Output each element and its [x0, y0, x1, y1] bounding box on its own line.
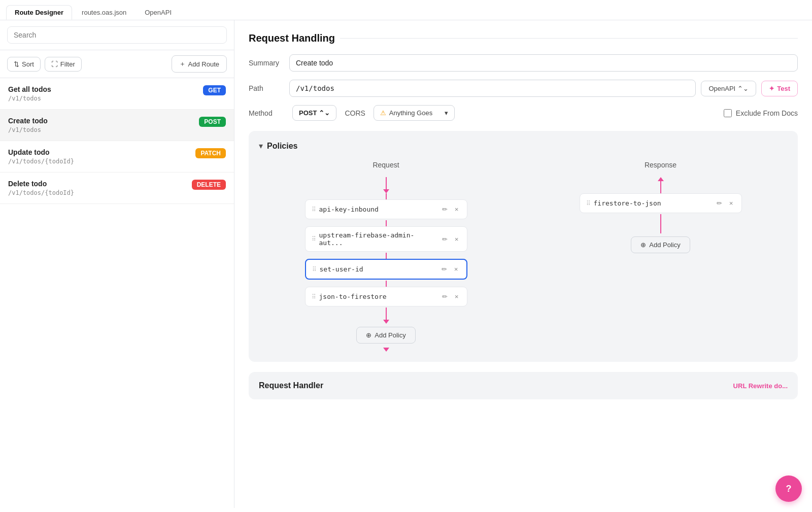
connector-line — [386, 220, 387, 226]
main-layout: ⇅ Sort ⛶ Filter ＋ Add Route Get all todo… — [0, 20, 812, 508]
tab-routes-oas[interactable]: routes.oas.json — [73, 5, 135, 20]
method-select[interactable]: POST ⌃⌄ — [292, 105, 336, 121]
cors-chevron-icon: ▾ — [445, 109, 448, 117]
response-arrow-top — [658, 177, 664, 181]
method-badge: DELETE — [192, 180, 226, 190]
right-panel: Request Handling Summary Path OpenAPI ⌃⌄… — [234, 20, 812, 508]
policy-remove-button[interactable]: × — [452, 264, 460, 274]
connector-line — [660, 214, 661, 221]
route-path: /v1/todos/{todoId} — [8, 189, 74, 196]
add-policy-plus-icon: ⊕ — [366, 331, 371, 339]
search-input[interactable] — [7, 26, 227, 44]
sort-label: Sort — [22, 60, 34, 68]
openapi-button[interactable]: OpenAPI ⌃⌄ — [701, 81, 756, 96]
response-col-title: Response — [645, 161, 676, 169]
exclude-docs-label: Exclude From Docs — [724, 109, 798, 117]
cors-warning-icon: ⚠ — [380, 109, 386, 117]
request-policies-list: ⠿ api-key-inbound ✏ × ⠿ upstream-firebas… — [305, 193, 467, 308]
tab-openapi[interactable]: OpenAPI — [136, 5, 180, 20]
route-item-2[interactable]: Update todo /v1/todos/{todoId} PATCH — [0, 141, 234, 173]
test-button[interactable]: ✦ Test — [761, 81, 798, 96]
add-request-policy-button[interactable]: ⊕ Add Policy — [356, 327, 415, 344]
policy-edit-button[interactable]: ✏ — [439, 264, 449, 274]
route-item-3[interactable]: Delete todo /v1/todos/{todoId} DELETE — [0, 173, 234, 204]
exclude-docs-checkbox[interactable] — [724, 109, 732, 117]
method-label: Method — [249, 109, 284, 117]
response-policies-list: ⠿ firestore-to-json ✏ × — [580, 193, 742, 221]
plus-icon: ＋ — [179, 59, 186, 69]
request-policy-col: Request ⠿ api-key-inbound ✏ × ⠿ upstream… — [259, 161, 513, 352]
route-path: /v1/todos — [8, 126, 48, 133]
method-badge: PATCH — [195, 148, 226, 158]
policies-section: ▾ Policies Request ⠿ api-key-inbound ✏ ×… — [249, 131, 798, 362]
floating-action-button[interactable]: ? — [775, 475, 802, 502]
response-policy-item-0: ⠿ firestore-to-json ✏ × — [580, 193, 742, 213]
policy-name: upstream-firebase-admin-aut... — [319, 231, 437, 247]
request-arrow-after-add — [383, 348, 389, 352]
add-route-button[interactable]: ＋ Add Route — [172, 55, 227, 73]
policy-edit-button[interactable]: ✏ — [440, 292, 450, 301]
test-label: Test — [777, 85, 790, 92]
sort-icon: ⇅ — [14, 60, 19, 68]
policies-chevron-icon[interactable]: ▾ — [259, 141, 263, 151]
response-policy-col: Response ⠿ firestore-to-json ✏ × ⊕ Add P… — [533, 161, 788, 352]
method-badge: POST — [199, 117, 226, 127]
summary-input[interactable] — [289, 54, 798, 72]
route-path: /v1/todos/{todoId} — [8, 158, 74, 165]
add-response-policy-button[interactable]: ⊕ Add Policy — [631, 236, 690, 253]
policy-remove-button[interactable]: × — [453, 292, 461, 301]
add-response-policy-plus-icon: ⊕ — [640, 241, 646, 249]
request-arrow-top — [383, 189, 389, 193]
policy-edit-button[interactable]: ✏ — [715, 198, 724, 208]
policies-columns: Request ⠿ api-key-inbound ✏ × ⠿ upstream… — [259, 161, 788, 352]
method-value: POST — [299, 109, 317, 117]
route-path: /v1/todos — [8, 95, 51, 102]
route-item-1[interactable]: Create todo /v1/todos POST — [0, 110, 234, 141]
search-bar-container — [0, 20, 234, 50]
method-badge: GET — [203, 85, 226, 95]
request-line-bottom — [386, 308, 387, 320]
summary-row: Summary — [249, 54, 798, 72]
route-name: Update todo — [8, 148, 74, 156]
policy-name: json-to-firestore — [319, 293, 437, 300]
policy-name: api-key-inbound — [319, 206, 437, 213]
policy-edit-button[interactable]: ✏ — [440, 234, 450, 244]
request-policy-item-3: ⠿ json-to-firestore ✏ × — [305, 287, 467, 306]
policy-remove-button[interactable]: × — [727, 198, 735, 208]
route-item-0[interactable]: Get all todos /v1/todos GET — [0, 78, 234, 110]
request-handler-section: Request Handler URL Rewrite do... — [249, 372, 798, 399]
request-col-title: Request — [373, 161, 399, 169]
add-route-label: Add Route — [188, 60, 219, 68]
drag-handle-icon: ⠿ — [312, 266, 317, 273]
policy-remove-button[interactable]: × — [453, 204, 461, 214]
policy-edit-button[interactable]: ✏ — [440, 204, 450, 214]
drag-handle-icon: ⠿ — [586, 200, 591, 207]
section-title: Request Handling — [249, 32, 798, 44]
request-policy-item-0: ⠿ api-key-inbound ✏ × — [305, 199, 467, 219]
policy-remove-button[interactable]: × — [453, 234, 461, 244]
response-line-bottom — [660, 221, 661, 233]
openapi-label: OpenAPI — [708, 85, 735, 92]
add-response-policy-label: Add Policy — [649, 241, 680, 249]
cors-select[interactable]: ⚠ Anything Goes ▾ — [374, 105, 455, 121]
request-arrow-bottom — [383, 320, 389, 324]
filter-button[interactable]: ⛶ Filter — [45, 57, 82, 72]
request-handler-title: Request Handler — [259, 381, 323, 390]
route-list: Get all todos /v1/todos GET Create todo … — [0, 78, 234, 508]
sort-button[interactable]: ⇅ Sort — [7, 57, 41, 72]
chevron-updown-icon: ⌃⌄ — [737, 85, 749, 92]
request-policy-item-2: ⠿ set-user-id ✏ × — [305, 259, 467, 280]
response-line-top — [660, 181, 661, 193]
exclude-docs-text: Exclude From Docs — [736, 109, 798, 117]
route-name: Create todo — [8, 117, 48, 125]
filter-label: Filter — [60, 60, 75, 68]
method-row: Method POST ⌃⌄ CORS ⚠ Anything Goes ▾ Ex… — [249, 105, 798, 121]
path-input[interactable] — [289, 80, 696, 97]
route-name: Delete todo — [8, 180, 74, 188]
method-chevron-icon: ⌃⌄ — [319, 109, 330, 117]
drag-handle-icon: ⠿ — [312, 206, 316, 213]
top-tabs-bar: Route Designer routes.oas.json OpenAPI — [0, 0, 812, 20]
sidebar: ⇅ Sort ⛶ Filter ＋ Add Route Get all todo… — [0, 20, 234, 508]
url-rewrite-link[interactable]: URL Rewrite do... — [733, 382, 788, 390]
tab-route-designer[interactable]: Route Designer — [6, 5, 72, 20]
